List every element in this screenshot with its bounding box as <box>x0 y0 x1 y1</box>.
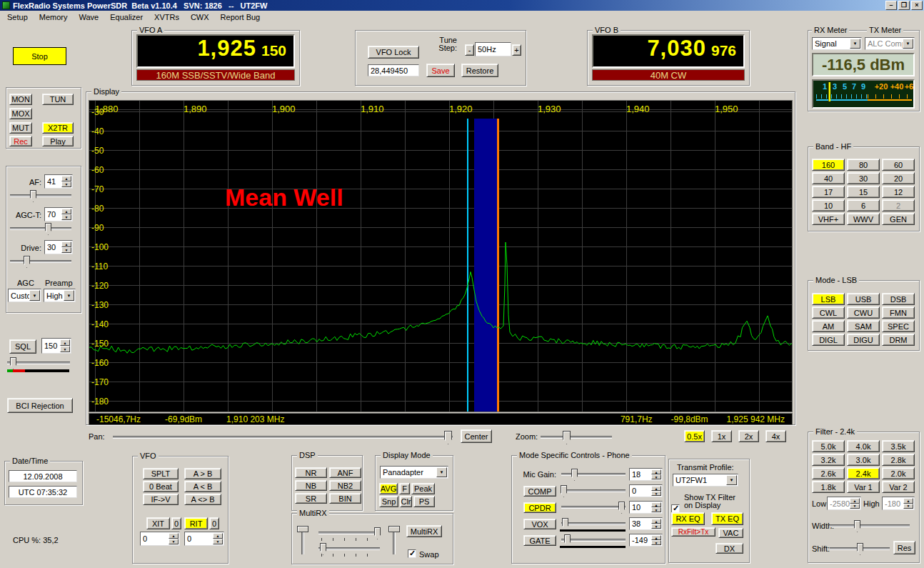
a-to-b-button[interactable]: A > B <box>184 468 221 479</box>
vac-button[interactable]: VAC <box>718 528 743 538</box>
spin-up-icon[interactable] <box>61 176 71 181</box>
spin-down-icon[interactable] <box>213 539 223 544</box>
dsp-button-nb[interactable]: NB <box>295 480 327 491</box>
band-button-6[interactable]: 6 <box>847 199 880 211</box>
vfo-b-frequency-display[interactable]: 7,030 976 <box>592 34 745 68</box>
band-button-15[interactable]: 15 <box>847 186 880 198</box>
tx-meter-select[interactable]: ALC Comp <box>865 37 915 50</box>
band-button-17[interactable]: 17 <box>812 186 845 198</box>
menu-setup[interactable]: Setup <box>1 11 34 23</box>
gate-button[interactable]: GATE <box>523 535 556 546</box>
center-button[interactable]: Center <box>461 429 492 443</box>
filter-low-spinner[interactable]: -2580 <box>827 497 861 510</box>
b-to-a-button[interactable]: A < B <box>184 481 221 492</box>
multirx-button[interactable]: MultiRX <box>406 525 442 537</box>
filter-high-spinner[interactable]: -180 <box>882 497 915 510</box>
zoom-0-5x-button[interactable]: 0.5x <box>684 430 705 442</box>
play-button[interactable]: Play <box>42 136 74 146</box>
mode-button-cwu[interactable]: CWU <box>847 307 880 319</box>
spin-up-icon[interactable] <box>651 486 661 491</box>
spin-up-icon[interactable] <box>651 535 661 540</box>
vox-button[interactable]: VOX <box>523 519 556 529</box>
mode-button-sam[interactable]: SAM <box>847 320 880 332</box>
zoom-slider-thumb[interactable] <box>563 431 571 444</box>
transmit-profile-select[interactable]: UT2FW1 <box>673 474 738 487</box>
sql-button[interactable]: SQL <box>9 339 36 354</box>
agc-select[interactable]: Custo <box>8 289 41 302</box>
filter-button-1-8k[interactable]: 1.8k <box>812 481 845 493</box>
zoom-2x-button[interactable]: 2x <box>738 430 759 442</box>
if-to-vfo-button[interactable]: IF->V <box>143 494 179 505</box>
tx-eq-button[interactable]: TX EQ <box>711 512 743 525</box>
swap-checkbox[interactable] <box>408 549 416 558</box>
minimize-icon[interactable]: – <box>885 1 897 10</box>
start-stop-button[interactable]: Stop <box>13 47 66 65</box>
af-spinner[interactable]: 41 <box>44 174 73 189</box>
rx-meter-select[interactable]: Signal <box>812 37 862 50</box>
band-button-20[interactable]: 20 <box>882 172 915 184</box>
mode-button-am[interactable]: AM <box>812 320 845 332</box>
split-button[interactable]: SPLT <box>143 468 179 479</box>
snap-button[interactable]: Snp <box>379 496 398 507</box>
tune-step-up-button[interactable]: + <box>512 44 521 56</box>
xit-spinner[interactable]: 0 <box>140 532 180 546</box>
filter-button-3-5k[interactable]: 3.5k <box>882 440 915 452</box>
spin-down-icon[interactable] <box>651 491 661 496</box>
restore-button[interactable]: Restore <box>461 64 498 77</box>
menu-equalizer[interactable]: Equalizer <box>104 11 149 23</box>
zero-beat-button[interactable]: 0 Beat <box>143 481 179 492</box>
spin-up-icon[interactable] <box>213 533 223 539</box>
filter-button-4-0k[interactable]: 4.0k <box>847 440 880 452</box>
close-icon[interactable]: × <box>911 1 923 10</box>
band-button-vhf[interactable]: VHF+ <box>812 213 845 225</box>
band-button-12[interactable]: 12 <box>882 186 915 198</box>
band-button-160[interactable]: 160 <box>812 159 845 171</box>
chevron-down-icon[interactable] <box>903 39 913 49</box>
vox-spinner[interactable]: 38 <box>629 517 663 530</box>
preamp-select[interactable]: High <box>44 289 76 302</box>
spin-up-icon[interactable] <box>651 519 661 524</box>
spin-down-icon[interactable] <box>651 507 661 512</box>
band-button-wwv[interactable]: WWV <box>847 213 880 225</box>
pan-slider-thumb[interactable] <box>444 431 452 444</box>
mic-gain-spinner[interactable]: 18 <box>629 468 663 481</box>
tune-step-down-button[interactable]: - <box>465 44 474 56</box>
mut-button[interactable]: MUT <box>9 122 32 134</box>
filter-button-2-4k[interactable]: 2.4k <box>847 467 880 479</box>
filter-button-var-1[interactable]: Var 1 <box>847 481 880 493</box>
spin-down-icon[interactable] <box>903 504 913 509</box>
comp-spinner[interactable]: 0 <box>629 484 663 497</box>
rx-eq-button[interactable]: RX EQ <box>671 512 705 525</box>
rxfilt-to-tx-button[interactable]: RxFilt>Tx <box>671 527 715 537</box>
mode-button-digu[interactable]: DIGU <box>847 334 880 346</box>
cpdr-spinner[interactable]: 10 <box>629 501 663 514</box>
clear-button[interactable]: Clr <box>400 496 412 507</box>
band-button-60[interactable]: 60 <box>882 159 915 171</box>
band-button-2[interactable]: 2 <box>882 199 915 211</box>
xit-clear-button[interactable]: 0 <box>171 517 181 529</box>
spin-down-icon[interactable] <box>651 540 661 545</box>
spin-up-icon[interactable] <box>651 469 661 474</box>
spin-down-icon[interactable] <box>61 247 71 253</box>
mox-button[interactable]: MOX <box>9 108 32 119</box>
spin-up-icon[interactable] <box>61 241 71 247</box>
memory-frequency-field[interactable]: 28,449450 <box>368 64 419 76</box>
gate-spinner[interactable]: -149 <box>629 534 663 547</box>
tun-button[interactable]: TUN <box>42 94 74 105</box>
dx-button[interactable]: DX <box>715 543 743 554</box>
drive-spinner[interactable]: 30 <box>44 240 73 254</box>
chevron-down-icon[interactable] <box>436 467 447 477</box>
dsp-button-nb2[interactable]: NB2 <box>329 480 361 491</box>
sql-spinner[interactable]: 150 <box>41 338 71 354</box>
spin-up-icon[interactable] <box>61 209 71 214</box>
cpdr-button[interactable]: CPDR <box>523 502 556 513</box>
filter-reset-button[interactable]: Res <box>893 541 915 554</box>
mode-button-cwl[interactable]: CWL <box>812 307 845 319</box>
chevron-down-icon[interactable] <box>64 290 74 301</box>
chevron-down-icon[interactable] <box>29 290 40 301</box>
band-button-gen[interactable]: GEN <box>882 213 915 225</box>
filter-button-2-0k[interactable]: 2.0k <box>882 467 915 479</box>
menu-memory[interactable]: Memory <box>34 11 74 23</box>
f-button[interactable]: F <box>399 483 410 494</box>
rit-button[interactable]: RIT <box>184 517 208 529</box>
